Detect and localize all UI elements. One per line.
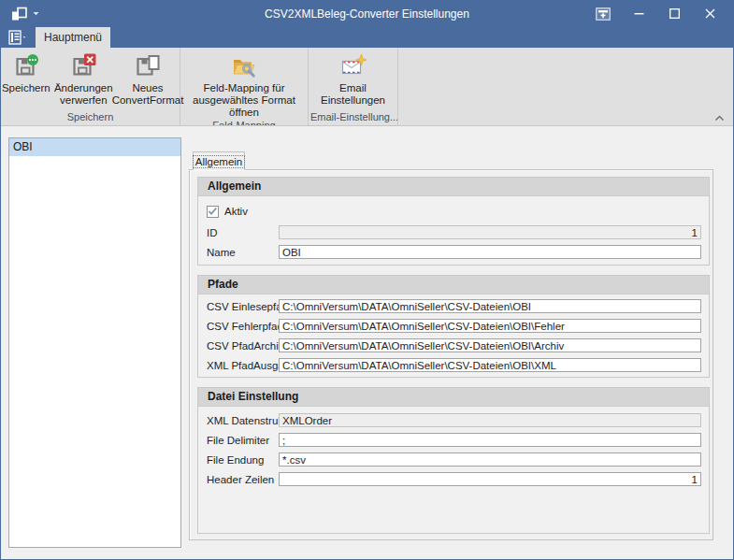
ribbon-options-icon — [596, 7, 611, 21]
file-delimiter-field[interactable] — [279, 433, 701, 447]
app-window: CSV2XMLBeleg-Converter Einstellungen — [0, 0, 734, 560]
minimize-button[interactable] — [621, 0, 656, 27]
groupbox-title: Allgemein — [198, 178, 709, 196]
maximize-button[interactable] — [656, 0, 692, 27]
ribbon-button-label: Änderungen verwerfen — [51, 82, 116, 107]
ribbon-button-label: Speichern — [2, 82, 50, 94]
name-field[interactable] — [279, 245, 701, 259]
page-tab-label: Allgemein — [193, 155, 246, 168]
close-icon — [705, 8, 715, 19]
email-einstellungen-button[interactable]: Email Einstellungen — [310, 50, 396, 110]
list-item[interactable]: OBI — [9, 138, 180, 156]
groupbox-datei-einstellung: Datei Einstellung XML Datenstruktur File… — [197, 387, 710, 534]
ribbon-button-label: Feld-Mapping für ausgewähltes Format öff… — [181, 82, 307, 119]
close-button[interactable] — [692, 0, 727, 27]
field-label-header-zeilen: Header Zeilen — [207, 474, 279, 485]
csv-pfadarchiv-field[interactable] — [279, 338, 701, 352]
list-menu-icon — [8, 30, 26, 45]
field-label-file-endung: File Endung — [207, 454, 279, 466]
feld-mapping-oeffnen-button[interactable]: Feld-Mapping für ausgewähltes Format öff… — [181, 50, 307, 119]
ribbon-group-label: Feld-Mapping — [180, 119, 308, 125]
email-new-icon — [339, 52, 367, 80]
app-menu-button[interactable] — [9, 6, 39, 22]
chevron-up-icon — [714, 115, 725, 122]
discard-changes-icon — [69, 52, 97, 80]
neues-convertformat-button[interactable]: Neues ConvertFormat — [116, 50, 180, 110]
aenderungen-verwerfen-button[interactable]: Änderungen verwerfen — [51, 50, 116, 110]
field-label-xml-pfadausgabe: XML PfadAusgabe — [207, 360, 279, 371]
aktiv-checkbox[interactable] — [207, 206, 219, 218]
field-label-csv-pfadarchiv: CSV PfadArchiv — [207, 340, 279, 352]
ribbon-group-email: Email Einstellungen Email-Einstellung... — [309, 48, 398, 125]
groupbox-allgemein: Allgemein Aktiv ID — [197, 177, 710, 266]
groupbox-title: Pfade — [198, 276, 709, 294]
ribbon-group-feld-mapping: Feld-Mapping für ausgewähltes Format öff… — [180, 48, 309, 125]
tab-allgemein[interactable]: Allgemein — [193, 151, 245, 170]
ribbon-button-label: Email Einstellungen — [310, 82, 396, 107]
ribbon-group-label: Email-Einstellung... — [309, 110, 397, 125]
main-area: OBI Allgemein Allgemein Aktiv — [1, 126, 733, 559]
speichern-button[interactable]: Speichern — [1, 50, 51, 110]
ribbon-group-speichern: Speichern Änderungen verwerfen — [1, 48, 180, 125]
convert-format-list[interactable]: OBI — [8, 137, 181, 548]
ribbon: Speichern Änderungen verwerfen — [1, 48, 733, 126]
window-controls — [585, 0, 727, 27]
xml-pfadausgabe-field[interactable] — [279, 358, 701, 372]
new-convertformat-icon — [134, 52, 162, 80]
field-label-file-delimiter: File Delimiter — [207, 435, 279, 446]
field-label-id: ID — [207, 227, 279, 238]
chevron-down-icon — [33, 11, 39, 16]
maximize-icon — [669, 8, 680, 19]
quick-menu-button[interactable] — [7, 27, 27, 48]
field-label-name: Name — [207, 247, 279, 258]
ribbon-display-options-button[interactable] — [585, 0, 621, 27]
collapse-ribbon-button[interactable] — [712, 113, 726, 122]
ribbon-group-label: Speichern — [1, 110, 180, 125]
groupbox-title: Datei Einstellung — [198, 388, 709, 407]
id-field — [279, 225, 701, 239]
tab-hauptmenu[interactable]: Hauptmenü — [36, 27, 110, 48]
save-icon — [12, 52, 40, 80]
groupbox-pfade: Pfade CSV Einlesepfad CSV Fehlerpfad CSV… — [197, 275, 710, 378]
app-icon — [9, 6, 28, 22]
field-label-xml-datenstruktur: XML Datenstruktur — [207, 415, 279, 426]
file-endung-field[interactable] — [279, 452, 701, 467]
aktiv-label: Aktiv — [224, 206, 248, 217]
csv-fehlerpfad-field[interactable] — [279, 319, 701, 333]
csv-einlesepfad-field[interactable] — [279, 299, 701, 313]
header-zeilen-field[interactable] — [279, 472, 701, 486]
minimize-icon — [634, 8, 644, 19]
folder-wrench-icon — [230, 52, 258, 80]
ribbon-button-label: Neues ConvertFormat — [112, 82, 184, 107]
settings-panel: Allgemein Aktiv ID — [189, 169, 713, 540]
field-label-csv-fehlerpfad: CSV Fehlerpfad — [207, 321, 279, 332]
titlebar: CSV2XMLBeleg-Converter Einstellungen — [1, 0, 733, 27]
xml-datenstruktur-field — [279, 413, 701, 427]
ribbon-tab-row: Hauptmenü — [1, 27, 733, 48]
field-label-csv-einlesepfad: CSV Einlesepfad — [207, 301, 279, 312]
check-icon — [208, 207, 218, 216]
